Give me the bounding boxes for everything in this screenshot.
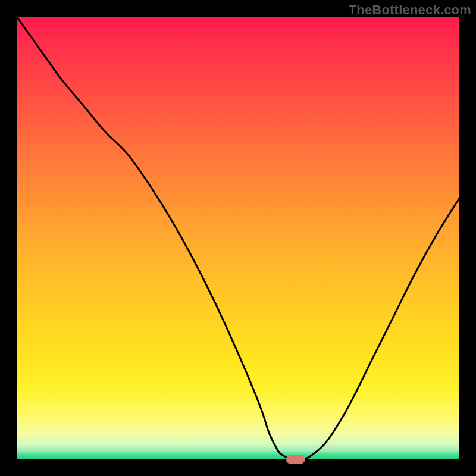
chart-frame: TheBottleneck.com <box>0 0 476 476</box>
watermark-text: TheBottleneck.com <box>349 2 471 18</box>
plot-svg <box>17 17 459 459</box>
bottleneck-curve <box>17 17 459 460</box>
optimum-marker <box>287 455 305 464</box>
plot-area <box>17 17 459 459</box>
